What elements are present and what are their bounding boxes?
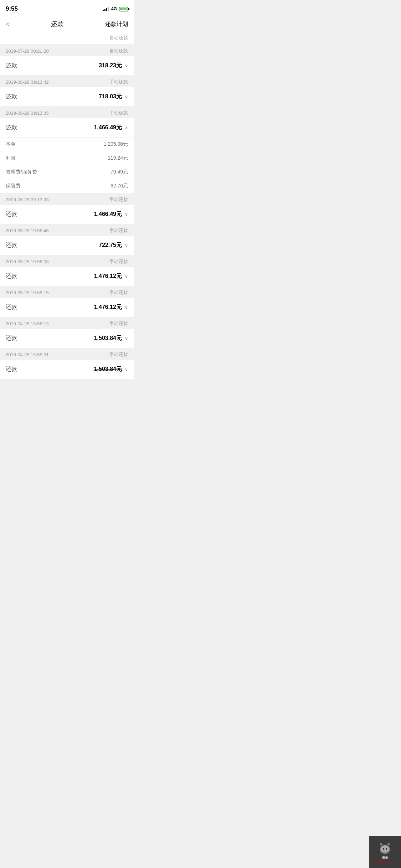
payment-row-3[interactable]: 还款 1,466.49元 ∨ <box>0 205 134 224</box>
payment-label-7: 还款 <box>6 335 17 342</box>
section-date-5: 2019-05-28 19:56:08 <box>6 259 49 264</box>
detail-rows-2: 本金 1,205.00元 利息 119.24元 管理费/服务费 79.49元 保… <box>0 137 134 193</box>
detail-value-interest: 119.24元 <box>108 155 128 161</box>
card-7: 还款 1,503.84元 ∨ <box>0 329 134 348</box>
payment-amount-7: 1,503.84元 ∨ <box>94 335 128 342</box>
section-header-4: 2019-05-28 19:56:46 手动还款 <box>0 224 134 236</box>
chevron-icon-0: ∨ <box>125 63 128 68</box>
payment-label-8: 还款 <box>6 366 17 373</box>
status-time: 9:55 <box>6 5 18 12</box>
amount-value-6: 1,476.12元 <box>94 304 122 311</box>
section-date-7: 2019-04-28 13:56:13 <box>6 321 49 326</box>
detail-row-insurance: 保险费 62.76元 <box>0 179 134 193</box>
section-date-2: 2019-06-28 09:13:35 <box>6 110 49 116</box>
section-header-3: 2019-06-28 09:13:28 手动还款 <box>0 193 134 205</box>
payment-label-0: 还款 <box>6 62 17 69</box>
detail-label-mgmt-fee: 管理费/服务费 <box>6 169 37 175</box>
payment-label-4: 还款 <box>6 242 17 249</box>
detail-row-interest: 利息 119.24元 <box>0 151 134 165</box>
back-button[interactable]: < <box>6 20 10 29</box>
section-header-0: 2019-07-28 00:21:20 自动还款 <box>0 44 134 56</box>
section-date-8: 2019-04-28 13:55:31 <box>6 352 49 357</box>
section-header-2: 2019-06-28 09:13:35 手动还款 <box>0 106 134 118</box>
payment-amount-4: 722.75元 ∨ <box>99 242 128 249</box>
card-0: 还款 318.23元 ∨ <box>0 56 134 75</box>
chevron-icon-7: ∨ <box>125 336 128 341</box>
content: 自动还款 2019-07-28 00:21:20 自动还款 还款 318.23元… <box>0 33 134 386</box>
status-icons: 4G ⚡ <box>103 6 128 11</box>
chevron-icon-6: ∨ <box>125 305 128 310</box>
payment-row-1[interactable]: 还款 718.03元 ∨ <box>0 87 134 106</box>
chevron-icon-5: ∨ <box>125 274 128 279</box>
section-4: 2019-05-28 19:56:46 手动还款 还款 722.75元 ∨ <box>0 224 134 255</box>
section-header-6: 2019-05-28 19:55:15 手动还款 <box>0 286 134 298</box>
detail-label-principal: 本金 <box>6 141 16 148</box>
payment-row-7[interactable]: 还款 1,503.84元 ∨ <box>0 329 134 348</box>
payment-label-6: 还款 <box>6 304 17 311</box>
amount-value-8: 1,503.84元 <box>94 366 122 372</box>
amount-value-5: 1,476.12元 <box>94 273 122 280</box>
detail-label-interest: 利息 <box>6 155 16 161</box>
section-date-4: 2019-05-28 19:56:46 <box>6 228 49 233</box>
detail-value-principal: 1,205.00元 <box>104 141 128 148</box>
card-3: 还款 1,466.49元 ∨ <box>0 205 134 224</box>
section-date-1: 2019-06-28 09:13:42 <box>6 79 49 85</box>
network-type: 4G <box>111 6 117 11</box>
payment-row-6[interactable]: 还款 1,476.12元 ∨ <box>0 298 134 317</box>
payment-row-2[interactable]: 还款 1,466.49元 ∧ <box>0 118 134 137</box>
section-0: 2019-07-28 00:21:20 自动还款 还款 318.23元 ∨ <box>0 44 134 75</box>
section-header-1: 2019-06-28 09:13:42 手动还款 <box>0 75 134 87</box>
section-type-4: 手动还款 <box>109 227 128 234</box>
amount-container-8: 1,503.84元 <box>94 366 122 373</box>
payment-row-0[interactable]: 还款 318.23元 ∨ <box>0 56 134 75</box>
chevron-icon-3: ∨ <box>125 212 128 217</box>
payment-row-5[interactable]: 还款 1,476.12元 ∨ <box>0 267 134 286</box>
status-bar: 9:55 4G ⚡ <box>0 0 134 16</box>
section-type-0: 自动还款 <box>109 48 128 54</box>
card-8: 还款 1,503.84元 ∨ <box>0 360 134 379</box>
page-title: 还款 <box>51 20 64 29</box>
card-4: 还款 722.75元 ∨ <box>0 236 134 255</box>
payment-amount-3: 1,466.49元 ∨ <box>94 211 128 218</box>
section-2: 2019-06-28 09:13:35 手动还款 还款 1,466.49元 ∧ … <box>0 106 134 193</box>
amount-value-2: 1,466.49元 <box>94 124 122 131</box>
chevron-up-icon-2: ∧ <box>125 125 128 130</box>
signal-icon <box>103 7 109 11</box>
chevron-icon-8: ∨ <box>125 367 128 372</box>
section-type-1: 手动还款 <box>109 79 128 85</box>
detail-row-principal: 本金 1,205.00元 <box>0 138 134 151</box>
top-partial-card: 自动还款 <box>0 33 134 44</box>
section-type-5: 手动还款 <box>109 258 128 265</box>
payment-amount-5: 1,476.12元 ∨ <box>94 273 128 280</box>
payment-row-8[interactable]: 还款 1,503.84元 ∨ <box>0 360 134 379</box>
section-type-8: 手动还款 <box>109 351 128 358</box>
section-type-2: 手动还款 <box>109 110 128 116</box>
payment-amount-1: 718.03元 ∨ <box>99 93 128 100</box>
payment-amount-0: 318.23元 ∨ <box>99 62 128 69</box>
section-6: 2019-05-28 19:55:15 手动还款 还款 1,476.12元 ∨ <box>0 286 134 317</box>
payment-row-4[interactable]: 还款 722.75元 ∨ <box>0 236 134 255</box>
amount-value-0: 318.23元 <box>99 62 122 69</box>
section-3: 2019-06-28 09:13:28 手动还款 还款 1,466.49元 ∨ <box>0 193 134 224</box>
chevron-icon-1: ∨ <box>125 94 128 99</box>
card-6: 还款 1,476.12元 ∨ <box>0 298 134 317</box>
payment-amount-2: 1,466.49元 ∧ <box>94 124 128 131</box>
section-date-3: 2019-06-28 09:13:28 <box>6 197 49 202</box>
battery-icon: ⚡ <box>119 7 128 11</box>
card-2: 还款 1,466.49元 ∧ 本金 1,205.00元 利息 119.24元 管… <box>0 118 134 193</box>
amount-value-4: 722.75元 <box>99 242 122 249</box>
section-date-6: 2019-05-28 19:55:15 <box>6 290 49 295</box>
section-8: 2019-04-28 13:55:31 手动还款 还款 1,503.84元 ∨ <box>0 348 134 379</box>
section-7: 2019-04-28 13:56:13 手动还款 还款 1,503.84元 ∨ <box>0 317 134 348</box>
payment-amount-6: 1,476.12元 ∨ <box>94 304 128 311</box>
section-header-8: 2019-04-28 13:55:31 手动还款 <box>0 348 134 360</box>
repayment-plan-button[interactable]: 还款计划 <box>105 21 128 28</box>
card-1: 还款 718.03元 ∨ <box>0 87 134 106</box>
payment-label-2: 还款 <box>6 124 17 131</box>
section-header-5: 2019-05-28 19:56:08 手动还款 <box>0 255 134 267</box>
amount-value-3: 1,466.49元 <box>94 211 122 218</box>
amount-value-1: 718.03元 <box>99 93 122 100</box>
payment-label-5: 还款 <box>6 273 17 280</box>
section-type-7: 手动还款 <box>109 320 128 327</box>
card-5: 还款 1,476.12元 ∨ <box>0 267 134 286</box>
